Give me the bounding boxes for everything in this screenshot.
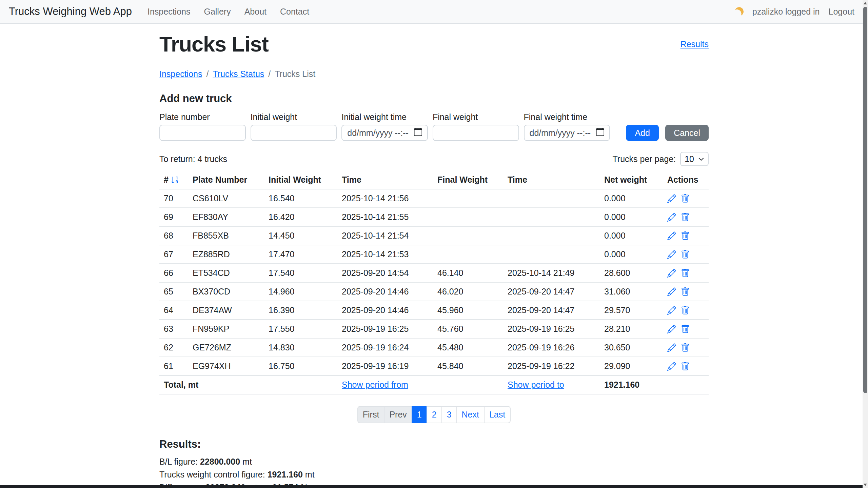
cell-final-time: 2025-10-14 21:49 — [503, 264, 600, 282]
cell-actions — [663, 301, 709, 320]
page-next-button[interactable]: Next — [456, 406, 485, 423]
cell-initial-time: 2025-10-14 21:56 — [337, 189, 433, 208]
cell-initial-weight: 14.830 — [264, 338, 337, 357]
theme-moon-icon[interactable] — [734, 6, 745, 17]
page-2-button[interactable]: 2 — [427, 406, 442, 423]
cell-actions — [663, 264, 709, 282]
edit-pencil-icon[interactable] — [667, 325, 676, 333]
add-button[interactable]: Add — [626, 125, 659, 141]
app-brand[interactable]: Trucks Weighing Web App — [9, 5, 132, 18]
table-row: 63 FN959KP 17.550 2025-09-19 16:25 45.76… — [159, 320, 709, 338]
scrollbar-thumb[interactable] — [863, 7, 867, 393]
cell-final-weight — [433, 226, 503, 245]
show-period-from-link[interactable]: Show period from — [342, 380, 408, 389]
cell-net-weight: 0.000 — [600, 226, 663, 245]
cell-net-weight: 28.600 — [600, 264, 663, 282]
cell-id: 64 — [159, 301, 188, 320]
navbar-right: pzalizko logged in Logout — [735, 7, 854, 17]
cell-id: 70 — [159, 189, 188, 208]
footer-strip — [0, 485, 868, 488]
cell-net-weight: 0.000 — [600, 189, 663, 208]
edit-pencil-icon[interactable] — [667, 343, 676, 352]
cell-initial-weight: 16.390 — [264, 301, 337, 320]
final-weight-time-input[interactable]: dd/mm/yyyy --:-- — [524, 125, 610, 141]
logout-link[interactable]: Logout — [829, 7, 854, 17]
delete-trash-icon[interactable] — [681, 287, 690, 296]
table-body: 70 CS610LV 16.540 2025-10-14 21:56 0.000… — [159, 189, 709, 375]
trucks-table: # Plate Number Initial Weight Time Final… — [159, 171, 709, 394]
page-first-button[interactable]: First — [357, 406, 385, 423]
cell-plate: CS610LV — [188, 189, 264, 208]
cell-final-weight — [433, 245, 503, 264]
delete-trash-icon[interactable] — [681, 231, 690, 240]
edit-pencil-icon[interactable] — [667, 269, 676, 278]
results-link[interactable]: Results — [680, 39, 709, 49]
edit-pencil-icon[interactable] — [667, 250, 676, 259]
delete-trash-icon[interactable] — [681, 362, 690, 371]
cell-initial-time: 2025-09-20 14:46 — [337, 282, 433, 301]
total-net-weight: 1921.160 — [600, 375, 663, 394]
calendar-icon[interactable] — [414, 128, 422, 138]
edit-pencil-icon[interactable] — [667, 287, 676, 296]
delete-trash-icon[interactable] — [681, 194, 690, 203]
scrollbar[interactable] — [863, 0, 868, 488]
cell-net-weight: 30.650 — [600, 338, 663, 357]
main-content: Trucks List Results Inspections / Trucks… — [159, 24, 709, 488]
cell-actions — [663, 245, 709, 264]
page-3-button[interactable]: 3 — [441, 406, 457, 423]
delete-trash-icon[interactable] — [681, 325, 690, 333]
col-header-net-weight: Net weight — [600, 171, 663, 189]
delete-trash-icon[interactable] — [681, 306, 690, 315]
user-status: pzalizko logged in — [752, 7, 820, 17]
nav-link-about[interactable]: About — [244, 7, 267, 16]
delete-trash-icon[interactable] — [681, 269, 690, 278]
delete-trash-icon[interactable] — [681, 343, 690, 352]
calendar-icon[interactable] — [596, 128, 604, 138]
edit-pencil-icon[interactable] — [667, 362, 676, 371]
col-header-final-weight: Final Weight — [433, 171, 503, 189]
plate-number-input[interactable] — [159, 125, 246, 141]
col-header-id[interactable]: # — [159, 171, 188, 189]
sort-numeric-down-icon[interactable] — [171, 176, 179, 184]
edit-pencil-icon[interactable] — [667, 306, 676, 315]
cell-initial-time: 2025-09-20 14:54 — [337, 264, 433, 282]
cell-initial-time: 2025-09-19 16:19 — [337, 357, 433, 375]
cell-final-time: 2025-09-19 16:25 — [503, 320, 600, 338]
cell-net-weight: 29.090 — [600, 357, 663, 375]
cell-actions — [663, 282, 709, 301]
cell-net-weight: 29.570 — [600, 301, 663, 320]
initial-weight-input[interactable] — [251, 125, 337, 141]
nav-link-gallery[interactable]: Gallery — [204, 7, 231, 16]
per-page-select[interactable]: 10 — [680, 152, 709, 166]
edit-pencil-icon[interactable] — [667, 194, 676, 203]
cell-actions — [663, 320, 709, 338]
cancel-button[interactable]: Cancel — [665, 125, 709, 141]
delete-trash-icon[interactable] — [681, 250, 690, 259]
scroll-down-arrow-icon[interactable] — [864, 484, 867, 486]
page-prev-button[interactable]: Prev — [384, 406, 412, 423]
nav-link-inspections[interactable]: Inspections — [147, 7, 190, 16]
scroll-up-arrow-icon[interactable] — [864, 2, 867, 4]
nav-link-contact[interactable]: Contact — [280, 7, 309, 16]
cell-final-time: 2025-09-20 14:47 — [503, 301, 600, 320]
breadcrumb-inspections[interactable]: Inspections — [159, 69, 202, 79]
breadcrumb-trucks-status[interactable]: Trucks Status — [213, 69, 264, 79]
col-header-plate: Plate Number — [188, 171, 264, 189]
results-section: Results: B/L figure: 22800.000 mt Trucks… — [159, 438, 709, 488]
table-row: 66 ET534CD 17.540 2025-09-20 14:54 46.14… — [159, 264, 709, 282]
navbar: Trucks Weighing Web App Inspections Gall… — [0, 0, 868, 24]
edit-pencil-icon[interactable] — [667, 213, 676, 222]
cell-net-weight: 0.000 — [600, 208, 663, 226]
table-row: 67 EZ885RD 17.470 2025-10-14 21:53 0.000 — [159, 245, 709, 264]
page-last-button[interactable]: Last — [484, 406, 511, 423]
cell-initial-time: 2025-10-14 21:53 — [337, 245, 433, 264]
cell-final-weight: 45.480 — [433, 338, 503, 357]
delete-trash-icon[interactable] — [681, 213, 690, 222]
cell-id: 68 — [159, 226, 188, 245]
initial-weight-time-input[interactable]: dd/mm/yyyy --:-- — [341, 125, 428, 141]
chevron-down-icon — [698, 154, 704, 164]
final-weight-input[interactable] — [433, 125, 519, 141]
edit-pencil-icon[interactable] — [667, 231, 676, 240]
show-period-to-link[interactable]: Show period to — [508, 380, 564, 389]
page-1-button[interactable]: 1 — [412, 406, 427, 423]
